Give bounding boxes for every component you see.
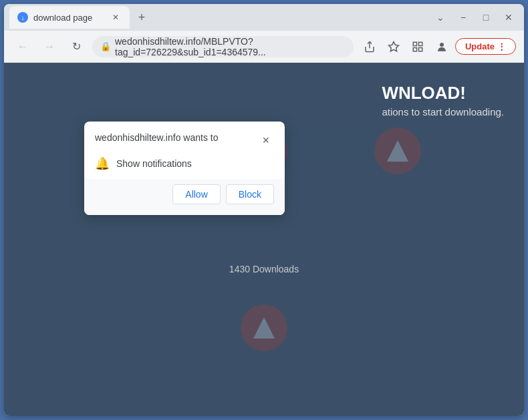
page-text-content: WNLOAD! ations to start downloading.	[382, 83, 504, 118]
download-subtitle: ations to start downloading.	[382, 106, 504, 118]
popup-title: wedonhisdhiltew.info wants to	[95, 132, 218, 143]
popup-header: wedonhisdhiltew.info wants to ✕	[84, 122, 285, 148]
update-label: Update	[465, 41, 495, 51]
back-button[interactable]: ←	[12, 36, 33, 57]
svg-rect-3	[418, 42, 422, 45]
minimize-button[interactable]: −	[453, 8, 473, 27]
reload-button[interactable]: ↻	[65, 36, 87, 57]
notification-popup: wedonhisdhiltew.info wants to ✕ 🔔 Show n…	[84, 122, 285, 215]
forward-button[interactable]: →	[39, 36, 60, 57]
lock-icon: 🔒	[100, 41, 111, 51]
svg-marker-9	[387, 140, 408, 162]
window-controls: ⌄ − □ ✕	[430, 8, 519, 27]
profile-button[interactable]	[431, 36, 452, 57]
title-bar: ↓ download page ✕ + ⌄ − □ ✕	[4, 4, 524, 31]
chevron-down-control[interactable]: ⌄	[430, 8, 450, 27]
svg-rect-2	[413, 42, 416, 45]
close-button[interactable]: ✕	[499, 8, 519, 27]
bg-logo-3	[338, 108, 458, 194]
address-bar[interactable]: 🔒 wedonhisdhiltew.info/MBLPVTO?tag_id=72…	[92, 36, 354, 57]
toolbar-actions: Update ⋮	[359, 36, 516, 57]
browser-window: ↓ download page ✕ + ⌄ − □ ✕ ← → ↻ 🔒 wedo…	[4, 4, 524, 416]
popup-notification-label: Show notifications	[116, 158, 192, 169]
tab-favicon: ↓	[17, 12, 28, 23]
toolbar: ← → ↻ 🔒 wedonhisdhiltew.info/MBLPVTO?tag…	[4, 31, 524, 63]
update-button[interactable]: Update ⋮	[455, 38, 516, 55]
page-content: WNLOAD! ations to start downloading. 143…	[4, 63, 524, 416]
block-button[interactable]: Block	[226, 184, 274, 204]
svg-rect-4	[413, 47, 416, 51]
tab-title: download page	[33, 13, 104, 23]
popup-actions: Allow Block	[84, 179, 285, 215]
svg-point-6	[440, 43, 444, 47]
extensions-button[interactable]	[407, 36, 428, 57]
bell-icon: 🔔	[95, 156, 110, 171]
bg-logo-circle-3	[374, 128, 421, 174]
download-count: 1430 Downloads	[229, 264, 299, 274]
bg-logo-circle-4	[241, 304, 287, 351]
svg-rect-5	[418, 47, 422, 51]
popup-close-button[interactable]: ✕	[258, 132, 274, 148]
allow-button[interactable]: Allow	[172, 184, 220, 204]
svg-marker-10	[253, 317, 275, 339]
maximize-button[interactable]: □	[476, 8, 496, 27]
popup-notification-row: 🔔 Show notifications	[84, 148, 285, 179]
active-tab[interactable]: ↓ download page ✕	[9, 6, 130, 29]
bg-logo-4	[204, 284, 324, 371]
address-text: wedonhisdhiltew.info/MBLPVTO?tag_id=7262…	[115, 36, 346, 57]
svg-marker-1	[388, 41, 398, 51]
share-button[interactable]	[359, 36, 380, 57]
bookmark-button[interactable]	[383, 36, 404, 57]
tab-strip: ↓ download page ✕ +	[9, 4, 428, 31]
update-menu-icon: ⋮	[497, 41, 506, 51]
download-title: WNLOAD!	[382, 83, 504, 103]
tab-close-button[interactable]: ✕	[110, 11, 122, 23]
new-tab-button[interactable]: +	[132, 8, 151, 27]
